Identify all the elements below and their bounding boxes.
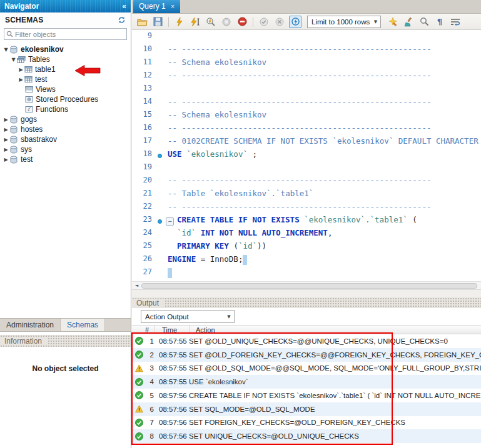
toggle-word-wrap-icon[interactable] bbox=[449, 16, 462, 28]
editor-line[interactable]: 19 bbox=[132, 162, 481, 176]
editor-line[interactable]: 15-- Schema ekolesnikov bbox=[132, 110, 481, 123]
close-tab-icon[interactable]: × bbox=[171, 2, 175, 10]
editor-line[interactable]: 11-- Schema ekolesnikov bbox=[132, 57, 481, 71]
line-number: 18 bbox=[132, 149, 156, 162]
gutter-marker bbox=[156, 110, 166, 123]
output-row[interactable]: 308:57:55SET @OLD_SQL_MODE=@@SQL_MODE, S… bbox=[132, 362, 481, 376]
editor-line[interactable]: 21-- Table `ekolesnikov`.`table1` bbox=[132, 189, 481, 202]
execute-current-statement-icon[interactable] bbox=[189, 16, 201, 28]
output-row[interactable]: 108:57:55SET @OLD_UNIQUE_CHECKS=@@UNIQUE… bbox=[132, 334, 481, 348]
tree-item-sys[interactable]: ▶sys bbox=[0, 144, 131, 154]
filter-box bbox=[4, 28, 127, 40]
tree-item-table1[interactable]: ▶table1 bbox=[0, 64, 131, 74]
stop-query-icon[interactable] bbox=[220, 16, 233, 28]
tab-administration[interactable]: Administration bbox=[0, 319, 61, 331]
collapse-panel-icon[interactable]: « bbox=[122, 2, 126, 11]
gutter-marker bbox=[156, 176, 166, 189]
output-rows: 108:57:55SET @OLD_UNIQUE_CHECKS=@@UNIQUE… bbox=[132, 334, 481, 443]
scroll-left-icon[interactable]: ◄ bbox=[132, 282, 141, 290]
chevron-collapsed-icon[interactable]: ▶ bbox=[3, 147, 9, 152]
row-time: 08:57:56 bbox=[154, 419, 184, 426]
tab-query-1[interactable]: Query 1 × bbox=[133, 0, 180, 13]
tree-item-ekolesnikov[interactable]: ▼ekolesnikov bbox=[0, 44, 131, 54]
tree-item-functions[interactable]: fFunctions bbox=[0, 104, 131, 114]
output-row[interactable]: 608:57:56SET SQL_MODE=@OLD_SQL_MODE bbox=[132, 402, 481, 416]
tab-schemas[interactable]: Schemas bbox=[61, 319, 105, 331]
chevron-collapsed-icon[interactable]: ▶ bbox=[18, 67, 24, 72]
chevron-expanded-icon[interactable]: ▼ bbox=[3, 47, 9, 52]
save-script-icon[interactable] bbox=[151, 16, 164, 28]
column-header-number[interactable]: # bbox=[132, 326, 154, 334]
gutter-marker bbox=[156, 267, 166, 281]
tree-item-stored-procedures[interactable]: Stored Procedures bbox=[0, 94, 131, 104]
chevron-collapsed-icon[interactable]: ▶ bbox=[3, 117, 9, 122]
line-number: 16 bbox=[132, 123, 156, 136]
editor-line[interactable]: 23−CREATE TABLE IF NOT EXISTS `ekolesnik… bbox=[132, 215, 481, 228]
filter-objects-input[interactable] bbox=[15, 31, 126, 38]
gutter-marker bbox=[156, 202, 166, 215]
column-header-time[interactable]: Time bbox=[154, 326, 190, 334]
find-icon[interactable] bbox=[418, 16, 430, 28]
editor-line[interactable]: 9 bbox=[132, 31, 481, 44]
code-fold-icon[interactable]: − bbox=[166, 217, 174, 226]
refresh-schemas-icon[interactable] bbox=[118, 16, 126, 24]
chevron-collapsed-icon[interactable]: ▶ bbox=[18, 77, 24, 82]
chevron-expanded-icon[interactable]: ▼ bbox=[10, 57, 17, 62]
open-script-icon[interactable] bbox=[136, 16, 148, 28]
tree-item-test[interactable]: ▶test bbox=[0, 74, 131, 84]
output-view-dropdown[interactable]: Action Output ▼ bbox=[141, 310, 235, 323]
toggle-autocommit-icon[interactable] bbox=[289, 16, 301, 28]
editor-line[interactable]: 18USE `ekolesnikov` ; bbox=[132, 149, 481, 162]
gutter-marker bbox=[156, 241, 166, 254]
editor-line[interactable]: 16-- -----------------------------------… bbox=[132, 123, 481, 136]
column-header-action[interactable]: Action bbox=[190, 326, 215, 334]
tree-item-tables[interactable]: ▼Tables bbox=[0, 54, 131, 64]
editor-line[interactable]: 25 PRIMARY KEY (`id`)) bbox=[132, 241, 481, 254]
toggle-stop-on-error-icon[interactable] bbox=[236, 16, 248, 28]
line-number: 12 bbox=[132, 71, 156, 84]
show-invisible-characters-icon[interactable]: ¶ bbox=[433, 16, 446, 28]
editor-line[interactable]: 27 bbox=[132, 267, 481, 281]
editor-line[interactable]: 10-- -----------------------------------… bbox=[132, 44, 481, 57]
output-row[interactable]: 508:57:56CREATE TABLE IF NOT EXISTS `eko… bbox=[132, 389, 481, 402]
query-editor-panel: Query 1 × bbox=[132, 0, 481, 448]
editor-line[interactable]: 20-- -----------------------------------… bbox=[132, 176, 481, 189]
limit-rows-dropdown[interactable]: Limit to 1000 rows ▼ bbox=[307, 16, 381, 28]
code-text: -- -------------------------------------… bbox=[166, 71, 431, 84]
sql-editor[interactable]: 910-- ----------------------------------… bbox=[132, 30, 481, 281]
output-row[interactable]: 408:57:55USE `ekolesnikov` bbox=[132, 375, 481, 389]
tree-item-hostes[interactable]: ▶hostes bbox=[0, 124, 131, 134]
tree-item-views[interactable]: Views bbox=[0, 84, 131, 94]
chevron-collapsed-icon[interactable]: ▶ bbox=[3, 127, 9, 132]
tree-item-test[interactable]: ▶test bbox=[0, 154, 131, 164]
editor-line[interactable]: 14-- -----------------------------------… bbox=[132, 97, 481, 110]
panel-splitter[interactable] bbox=[132, 290, 481, 297]
tree-item-label: Functions bbox=[36, 105, 68, 114]
chevron-collapsed-icon[interactable]: ▶ bbox=[3, 157, 9, 162]
editor-line[interactable]: 22-- -----------------------------------… bbox=[132, 202, 481, 215]
execute-script-icon[interactable] bbox=[173, 16, 186, 28]
commit-icon[interactable] bbox=[258, 16, 270, 28]
beautify-script-icon[interactable] bbox=[387, 16, 399, 28]
scrollbar-thumb[interactable] bbox=[141, 283, 477, 289]
chevron-down-icon: ▼ bbox=[224, 314, 234, 319]
editor-line[interactable]: 24 `id` INT NOT NULL AUTO_INCREMENT, bbox=[132, 228, 481, 241]
output-row[interactable]: 808:57:56SET UNIQUE_CHECKS=@OLD_UNIQUE_C… bbox=[132, 429, 481, 443]
explain-statement-icon[interactable] bbox=[205, 16, 217, 28]
no-object-selected-text: No object selected bbox=[0, 364, 131, 373]
clean-query-icon[interactable] bbox=[402, 16, 415, 28]
rollback-icon[interactable] bbox=[273, 16, 286, 28]
chevron-collapsed-icon[interactable]: ▶ bbox=[3, 137, 9, 142]
editor-line[interactable]: 13 bbox=[132, 84, 481, 97]
success-icon bbox=[135, 419, 143, 427]
editor-horizontal-scrollbar[interactable]: ◄ bbox=[132, 281, 481, 290]
tree-item-sbastrakov[interactable]: ▶sbastrakov bbox=[0, 134, 131, 144]
line-number: 10 bbox=[132, 44, 156, 57]
output-row[interactable]: 708:57:56SET FOREIGN_KEY_CHECKS=@OLD_FOR… bbox=[132, 416, 481, 430]
editor-line[interactable]: 17-- 0102CREATE SCHEMA IF NOT EXISTS `ek… bbox=[132, 136, 481, 149]
editor-line[interactable]: 26ENGINE = InnoDB; bbox=[132, 254, 481, 267]
code-text: -- -------------------------------------… bbox=[166, 202, 431, 215]
tree-item-gogs[interactable]: ▶gogs bbox=[0, 114, 131, 124]
editor-line[interactable]: 12-- -----------------------------------… bbox=[132, 71, 481, 84]
output-row[interactable]: 208:57:55SET @OLD_FOREIGN_KEY_CHECKS=@@F… bbox=[132, 348, 481, 362]
